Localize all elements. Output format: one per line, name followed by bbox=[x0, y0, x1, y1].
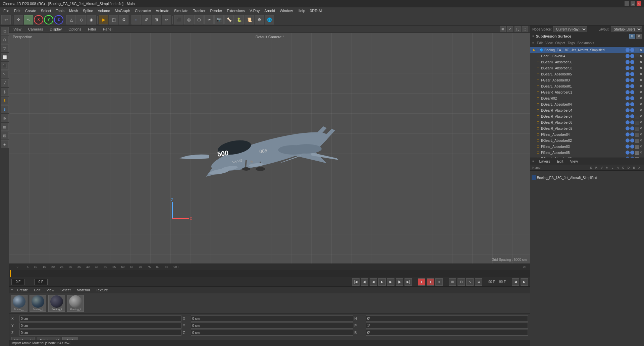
om-dot-blue-32[interactable] bbox=[630, 145, 634, 149]
x-rot-input[interactable] bbox=[191, 315, 353, 322]
motion-clip-btn[interactable]: ≋ bbox=[475, 278, 482, 286]
om-dot-blue-25[interactable] bbox=[626, 126, 630, 130]
menu-volume[interactable]: Volume bbox=[96, 8, 112, 13]
om-dot-blue-17[interactable] bbox=[626, 102, 630, 106]
menu-create[interactable]: Create bbox=[23, 8, 38, 13]
undo-btn[interactable]: ↩ bbox=[1, 15, 11, 24]
om-x-5[interactable]: ✕ bbox=[640, 78, 642, 82]
om-dot-blue-33[interactable] bbox=[626, 151, 630, 155]
om-dot-blue-19[interactable] bbox=[626, 108, 630, 112]
timeline-ruler[interactable]: 0 5 10 15 20 25 30 35 40 45 50 55 60 65 … bbox=[9, 264, 530, 270]
om-dot-blue-1[interactable] bbox=[626, 54, 630, 58]
left-mode-btn-4[interactable]: ⬜ bbox=[1, 53, 9, 61]
timeline-playhead[interactable] bbox=[10, 270, 11, 277]
vp-view-btn[interactable]: View bbox=[11, 26, 23, 32]
table-row[interactable]: ⬡ FGearR_Absorber01 ✕ bbox=[530, 89, 644, 95]
left-mode-btn-10[interactable]: $ bbox=[1, 105, 9, 113]
y-axis-btn[interactable]: Y bbox=[44, 15, 53, 24]
om-dot-blue-24[interactable] bbox=[630, 120, 634, 124]
menu-select[interactable]: Select bbox=[39, 8, 53, 13]
goto-end-btn[interactable]: ▶| bbox=[405, 278, 412, 286]
om-bookmarks-icon[interactable]: Bookmarks bbox=[578, 41, 594, 45]
om-dot-blue-8[interactable] bbox=[630, 72, 634, 76]
viewport[interactable]: View Cameras Display Options Filter Pane… bbox=[9, 25, 530, 264]
om-dot-blue-34[interactable] bbox=[630, 151, 634, 155]
mat-edit-btn[interactable]: Edit bbox=[32, 287, 42, 293]
motion-record-btn[interactable]: ○ bbox=[435, 278, 443, 286]
om-dot-blue-3[interactable] bbox=[626, 60, 630, 64]
script-btn[interactable]: 📜 bbox=[245, 15, 254, 24]
mat-select-btn[interactable]: Select bbox=[58, 287, 73, 293]
om-dot-blue-27[interactable] bbox=[626, 132, 630, 136]
om-dot-blue-10[interactable] bbox=[630, 78, 634, 82]
x-axis-btn[interactable]: X bbox=[34, 15, 43, 24]
record-btn[interactable]: ● bbox=[418, 278, 425, 286]
om-x-15[interactable]: ✕ bbox=[640, 139, 642, 142]
left-mode-btn-13[interactable]: ▨ bbox=[1, 131, 9, 139]
goto-start-btn[interactable]: |◀ bbox=[352, 278, 360, 286]
layer-l-val[interactable]: · bbox=[615, 176, 620, 179]
om-x-12[interactable]: ✕ bbox=[640, 121, 642, 124]
vp-options-btn[interactable]: Options bbox=[66, 26, 83, 32]
vp-filter-btn[interactable]: Filter bbox=[86, 26, 98, 32]
om-x-14[interactable]: ✕ bbox=[640, 133, 642, 136]
h-input[interactable] bbox=[366, 315, 528, 322]
settings-btn[interactable]: ⚙ bbox=[255, 15, 264, 24]
om-dot-blue-23[interactable] bbox=[626, 120, 630, 124]
om-x-16[interactable]: ✕ bbox=[640, 145, 642, 148]
om-x-8[interactable]: ✕ bbox=[640, 97, 642, 100]
om-grid-1[interactable] bbox=[635, 54, 639, 58]
minimize-button[interactable]: ─ bbox=[625, 1, 629, 6]
menu-spline[interactable]: Spline bbox=[81, 8, 95, 13]
next-key-btn[interactable]: |▶ bbox=[396, 278, 403, 286]
om-grid-9[interactable] bbox=[635, 102, 639, 106]
left-mode-btn-9[interactable]: $ bbox=[1, 97, 9, 105]
menu-character[interactable]: Character bbox=[133, 8, 153, 13]
menu-arnold[interactable]: Arnold bbox=[262, 8, 277, 13]
om-grid-10[interactable] bbox=[635, 108, 639, 112]
menu-tools[interactable]: Tools bbox=[54, 8, 66, 13]
material-thumb-3[interactable]: Boeing_l bbox=[48, 295, 65, 312]
om-root-row[interactable]: ▶ 🔷 Boeing_EA_18G_Jet_Aircraft_Simplifie… bbox=[530, 47, 644, 53]
render-btn[interactable]: ▶ bbox=[99, 15, 108, 24]
timeline-btn[interactable]: ⊟ bbox=[458, 278, 465, 286]
b-input[interactable] bbox=[366, 330, 528, 336]
om-x-2[interactable]: ✕ bbox=[640, 60, 642, 64]
menu-render[interactable]: Render bbox=[208, 8, 224, 13]
left-mode-btn-5[interactable]: ⬛ bbox=[1, 62, 9, 70]
render-settings-btn[interactable]: ⚙ bbox=[119, 15, 128, 24]
om-x-4[interactable]: ✕ bbox=[640, 72, 642, 76]
next-layout-btn[interactable]: ▶ bbox=[521, 278, 528, 286]
prev-key-btn[interactable]: ◀| bbox=[361, 278, 368, 286]
light-btn[interactable]: ☀ bbox=[204, 15, 214, 24]
om-dot-blue-12[interactable] bbox=[630, 84, 634, 88]
z-axis-btn[interactable]: Z bbox=[54, 15, 63, 24]
om-grid-5[interactable] bbox=[635, 78, 639, 82]
om-dot-blue-14[interactable] bbox=[630, 90, 634, 94]
om-dot-blue-7[interactable] bbox=[626, 72, 630, 76]
menu-window[interactable]: Window bbox=[278, 8, 295, 13]
layers-edit-btn[interactable]: Edit bbox=[555, 159, 565, 164]
play-btn[interactable]: ▶ bbox=[378, 278, 386, 286]
layers-menu-icon[interactable]: ≡ bbox=[532, 159, 534, 163]
layer-g-val[interactable]: · bbox=[625, 176, 629, 179]
om-dot-blue-13[interactable] bbox=[626, 90, 630, 94]
layer-s-val[interactable]: · bbox=[597, 176, 602, 179]
om-dot-blue-21[interactable] bbox=[626, 114, 630, 118]
menu-help[interactable]: Help bbox=[296, 8, 307, 13]
om-dot-blue-4[interactable] bbox=[630, 60, 634, 64]
om-dot-blue-26[interactable] bbox=[630, 126, 634, 130]
om-menu-icon[interactable]: ≡ bbox=[532, 34, 534, 38]
om-obj-icon[interactable]: Object bbox=[555, 41, 565, 45]
frame-start-input[interactable] bbox=[11, 279, 25, 285]
om-grid-8[interactable] bbox=[635, 96, 639, 100]
om-dot-blue-30[interactable] bbox=[630, 138, 634, 142]
layer-a-val[interactable]: · bbox=[620, 176, 625, 179]
vp-display-btn[interactable]: Display bbox=[48, 26, 64, 32]
om-grid-11[interactable] bbox=[635, 114, 639, 118]
om-tags-icon[interactable]: Tags bbox=[568, 41, 575, 45]
layers-btn[interactable]: Layers bbox=[537, 159, 552, 164]
menu-mograph[interactable]: MoGraph bbox=[113, 8, 132, 13]
layer-m-val[interactable]: · bbox=[611, 176, 615, 179]
table-row[interactable]: ⬡ BGearL_Absorber04 ✕ bbox=[530, 101, 644, 107]
